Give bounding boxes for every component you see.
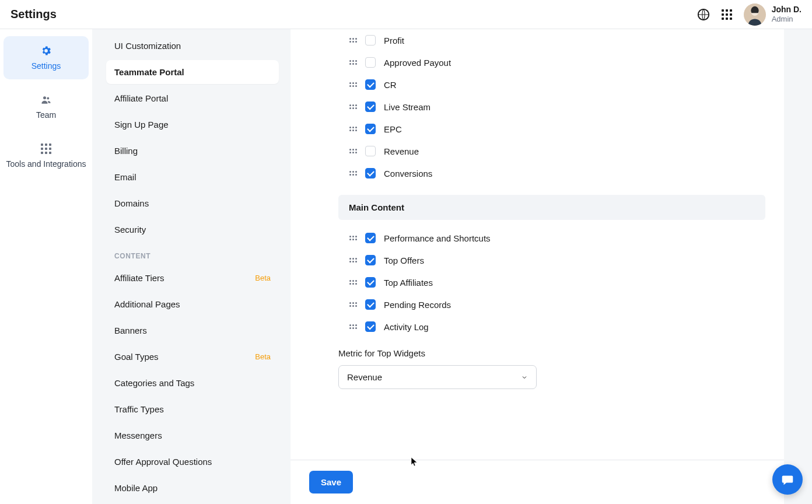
save-button[interactable]: Save [309, 471, 353, 494]
checkbox[interactable] [365, 255, 376, 265]
nav-item-label: Security [114, 225, 146, 235]
section-main-content: Main Content [338, 195, 765, 220]
nav-item-label: Domains [114, 198, 149, 208]
checkbox[interactable] [365, 102, 376, 112]
content-area: ProfitApproved PayoutCRLive StreamEPCRev… [290, 29, 812, 504]
checkbox-label: Profit [384, 36, 404, 46]
checkbox-row: Top Offers [338, 249, 765, 271]
checkbox-row: Pending Records [338, 293, 765, 316]
drag-handle-icon[interactable] [349, 60, 357, 65]
drag-handle-icon[interactable] [349, 149, 357, 153]
settings-nav-item[interactable]: Affiliate TiersBeta [106, 266, 279, 290]
nav-item-label: UI Customization [114, 41, 181, 51]
user-role: Admin [772, 15, 802, 24]
field-label: Metric for Top Widgets [338, 348, 765, 358]
checkbox[interactable] [365, 277, 376, 288]
settings-nav-item[interactable]: Email [106, 165, 279, 189]
checkbox-label: Live Stream [384, 102, 430, 112]
main-layout: Settings Team Tools and Integrations UI … [0, 29, 812, 504]
nav-settings[interactable]: Settings [4, 36, 89, 79]
app-header: Settings John D. Admin [0, 0, 812, 29]
settings-nav-item[interactable]: Security [106, 218, 279, 242]
chat-launcher[interactable] [772, 464, 803, 495]
settings-nav-item[interactable]: Teammate Portal [106, 60, 279, 84]
user-menu[interactable]: John D. Admin [744, 4, 802, 26]
settings-nav-item[interactable]: Billing [106, 139, 279, 163]
drag-handle-icon[interactable] [349, 127, 357, 131]
checkbox-label: Revenue [384, 146, 419, 156]
drag-handle-icon[interactable] [349, 82, 357, 87]
checkbox-label: CR [384, 80, 397, 90]
nav-item-label: Sign Up Page [114, 120, 169, 130]
nav-item-label: Offer Approval Questions [114, 457, 212, 467]
beta-badge: Beta [255, 274, 271, 282]
svg-point-4 [47, 97, 49, 100]
help-icon[interactable] [697, 8, 710, 21]
checkbox-label: Top Affiliates [384, 278, 433, 288]
checkbox-row: Activity Log [338, 316, 765, 338]
nav-item-label: Teammate Portal [114, 67, 184, 77]
settings-nav-item[interactable]: Sign Up Page [106, 113, 279, 136]
nav-label: Tools and Integrations [6, 159, 86, 169]
settings-nav-item[interactable]: Additional Pages [106, 292, 279, 316]
settings-nav-item[interactable]: Banners [106, 318, 279, 342]
nav-item-label: Goal Types [114, 352, 159, 362]
page-title: Settings [10, 8, 57, 21]
nav-team[interactable]: Team [4, 85, 89, 128]
checkbox-label: Conversions [384, 169, 432, 178]
checkbox[interactable] [365, 124, 376, 134]
nav-item-label: Traffic Types [114, 404, 164, 414]
user-info: John D. Admin [772, 5, 802, 24]
checkbox[interactable] [365, 35, 376, 46]
settings-nav-item[interactable]: Offer Approval Questions [106, 450, 279, 474]
nav-item-label: Affiliate Portal [114, 93, 168, 103]
checkbox-row: EPC [338, 118, 765, 140]
drag-handle-icon[interactable] [349, 280, 357, 285]
nav-item-label: Categories and Tags [114, 378, 194, 388]
primary-nav: Settings Team Tools and Integrations [0, 29, 92, 504]
nav-item-label: Email [114, 172, 136, 182]
checkbox-row: Revenue [338, 140, 765, 162]
nav-item-label: Affiliate Tiers [114, 273, 164, 283]
drag-handle-icon[interactable] [349, 236, 357, 240]
settings-nav-item[interactable]: Mobile App [106, 476, 279, 500]
settings-nav-item[interactable]: Messengers [106, 424, 279, 447]
checkbox-row: CR [338, 74, 765, 96]
nav-section-header: CONTENT [106, 242, 279, 266]
nav-label: Team [36, 110, 56, 120]
settings-nav-item[interactable]: Categories and Tags [106, 371, 279, 395]
drag-handle-icon[interactable] [349, 171, 357, 176]
drag-handle-icon[interactable] [349, 258, 357, 262]
settings-nav-item[interactable]: Domains [106, 191, 279, 215]
metric-select[interactable]: Revenue [338, 365, 537, 389]
checkbox[interactable] [365, 299, 376, 310]
drag-handle-icon[interactable] [349, 324, 357, 329]
checkbox[interactable] [365, 168, 376, 178]
nav-item-label: Additional Pages [114, 299, 180, 309]
checkbox[interactable] [365, 233, 376, 243]
user-name: John D. [772, 5, 802, 15]
settings-nav-item[interactable]: Traffic Types [106, 397, 279, 421]
nav-item-label: Billing [114, 146, 138, 156]
checkbox-label: EPC [384, 124, 402, 134]
nav-item-label: Messengers [114, 430, 162, 440]
checkbox-label: Approved Payout [384, 58, 451, 68]
beta-badge: Beta [255, 352, 271, 361]
grid-icon [40, 142, 52, 155]
drag-handle-icon[interactable] [349, 38, 357, 43]
settings-nav-item[interactable]: Goal TypesBeta [106, 345, 279, 369]
settings-panel: ProfitApproved PayoutCRLive StreamEPCRev… [290, 29, 784, 504]
checkbox[interactable] [365, 321, 376, 332]
checkbox[interactable] [365, 79, 376, 90]
settings-nav-item[interactable]: Affiliate Portal [106, 86, 279, 110]
gear-icon [40, 44, 52, 57]
nav-item-label: Banners [114, 326, 147, 335]
drag-handle-icon[interactable] [349, 302, 357, 307]
checkbox[interactable] [365, 57, 376, 68]
nav-tools[interactable]: Tools and Integrations [4, 134, 89, 177]
settings-nav-item[interactable]: UI Customization [106, 34, 279, 58]
checkbox[interactable] [365, 146, 376, 156]
nav-label: Settings [32, 61, 61, 71]
apps-icon[interactable] [720, 8, 733, 21]
drag-handle-icon[interactable] [349, 104, 357, 109]
